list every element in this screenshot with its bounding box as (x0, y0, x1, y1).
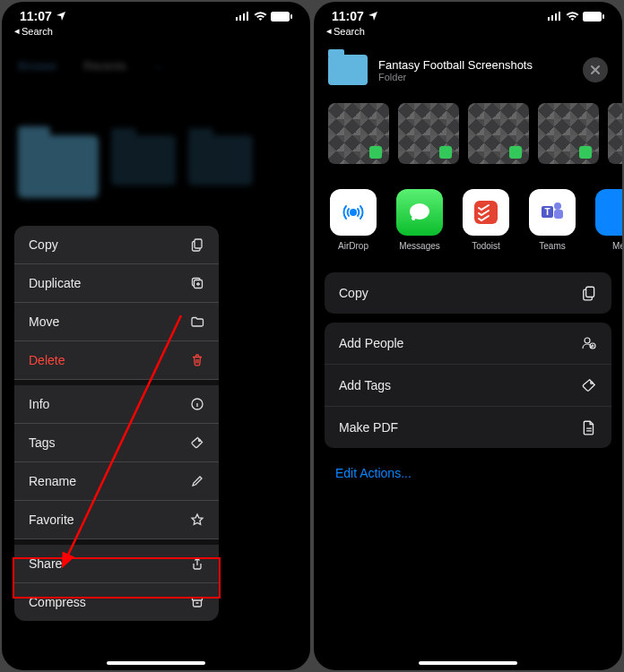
menu-item-tags[interactable]: Tags (14, 424, 219, 462)
status-bar: 11:07 (2, 2, 310, 25)
thumbnail[interactable] (398, 103, 459, 164)
share-app-airdrop[interactable]: AirDrop (328, 189, 378, 251)
share-app-more[interactable]: Me (594, 189, 622, 251)
action-make-pdf[interactable]: Make PDF (325, 407, 611, 448)
svg-rect-0 (236, 17, 238, 21)
pencil-icon (190, 474, 204, 488)
svg-rect-2 (243, 13, 245, 21)
share-icon (190, 556, 204, 571)
back-label: Search (22, 26, 53, 37)
svg-point-26 (585, 338, 590, 343)
share-subtitle: Folder (378, 72, 572, 82)
chevron-left-icon: ◂ (14, 25, 20, 37)
edit-actions-label: Edit Actions... (335, 466, 412, 480)
chevron-left-icon: ◂ (326, 25, 332, 37)
phone-right: 11:07 ◂ Search Fantasy Football Screensh… (314, 2, 622, 670)
trash-icon (190, 353, 204, 367)
airdrop-icon (330, 189, 377, 236)
wifi-icon (254, 12, 267, 22)
share-apps-row[interactable]: AirDrop Messages Todoist T Teams Me (314, 180, 622, 263)
status-time: 11:07 (20, 9, 52, 23)
battery-icon (271, 12, 292, 22)
back-label: Search (334, 26, 365, 37)
menu-label: Compress (29, 595, 86, 609)
svg-rect-4 (271, 12, 290, 22)
svg-rect-1 (239, 15, 241, 21)
edit-actions-link[interactable]: Edit Actions... (314, 448, 622, 498)
cellular-icon (236, 12, 250, 21)
tag-icon (581, 377, 597, 393)
thumbnail[interactable] (468, 103, 529, 164)
menu-label: Tags (29, 435, 56, 450)
app-label: AirDrop (328, 241, 378, 251)
status-time: 11:07 (332, 9, 364, 23)
cellular-icon (548, 12, 562, 21)
back-search-link[interactable]: ◂ Search (2, 25, 310, 42)
svg-point-28 (591, 382, 593, 383)
menu-item-delete[interactable]: Delete (14, 341, 219, 380)
folder-icon (111, 135, 176, 185)
menu-label: Favorite (29, 513, 74, 527)
info-icon (190, 397, 204, 411)
phone-left: 11:07 ◂ Search BrowseRecents··· Copy Dup… (2, 2, 310, 670)
home-indicator[interactable] (419, 661, 517, 665)
action-add-tags[interactable]: Add Tags (325, 365, 611, 407)
svg-rect-17 (602, 14, 604, 19)
action-copy[interactable]: Copy (325, 272, 611, 314)
folder-icon (190, 314, 204, 329)
close-icon (590, 65, 601, 75)
folder-icon (18, 135, 99, 198)
menu-item-share[interactable]: Share (14, 539, 219, 583)
svg-rect-16 (583, 12, 602, 22)
svg-point-23 (554, 202, 561, 210)
folder-icon (188, 135, 253, 185)
share-app-messages[interactable]: Messages (394, 189, 445, 251)
more-app-icon (595, 189, 622, 236)
thumbnail[interactable] (608, 103, 622, 164)
menu-label: Duplicate (29, 276, 81, 290)
menu-item-favorite[interactable]: Favorite (14, 501, 219, 539)
context-menu: Copy Duplicate Move Delete Info Tags Ren… (14, 226, 219, 621)
action-group-main: Add People Add Tags Make PDF (325, 323, 611, 448)
share-title: Fantasy Football Screenshots (378, 58, 572, 72)
menu-item-duplicate[interactable]: Duplicate (14, 264, 219, 303)
star-icon (190, 513, 204, 527)
location-icon (368, 11, 378, 22)
thumbnail[interactable] (538, 103, 599, 164)
menu-item-copy[interactable]: Copy (14, 226, 219, 264)
status-bar: 11:07 (314, 2, 622, 25)
wifi-icon (566, 12, 579, 22)
home-indicator[interactable] (107, 661, 205, 665)
svg-rect-14 (555, 13, 557, 21)
teams-icon: T (529, 189, 576, 236)
menu-item-rename[interactable]: Rename (14, 462, 219, 501)
svg-rect-24 (554, 210, 563, 219)
app-label: Todoist (461, 241, 511, 251)
menu-label: Delete (29, 353, 65, 367)
location-icon (56, 11, 66, 22)
menu-label: Share (29, 556, 62, 571)
menu-item-info[interactable]: Info (14, 380, 219, 424)
messages-icon (396, 189, 443, 236)
menu-item-compress[interactable]: Compress (14, 583, 219, 621)
thumbnail[interactable] (328, 103, 389, 164)
action-add-people[interactable]: Add People (325, 323, 611, 365)
blurred-background: BrowseRecents··· (2, 48, 310, 209)
share-sheet-header: Fantasy Football Screenshots Folder (314, 42, 622, 96)
back-search-link[interactable]: ◂ Search (314, 25, 622, 42)
menu-label: Move (29, 314, 59, 329)
close-button[interactable] (583, 57, 608, 82)
folder-icon (328, 55, 368, 85)
svg-point-18 (350, 209, 357, 216)
action-label: Add Tags (339, 378, 391, 392)
menu-item-move[interactable]: Move (14, 303, 219, 341)
svg-rect-10 (193, 598, 203, 600)
thumbnail-row[interactable] (314, 96, 622, 180)
battery-icon (583, 12, 604, 22)
share-app-todoist[interactable]: Todoist (461, 189, 511, 251)
app-label: Teams (527, 241, 577, 251)
app-label: Me (594, 241, 622, 251)
share-app-teams[interactable]: T Teams (527, 189, 577, 251)
copy-icon (581, 285, 597, 301)
doc-icon (581, 419, 597, 435)
